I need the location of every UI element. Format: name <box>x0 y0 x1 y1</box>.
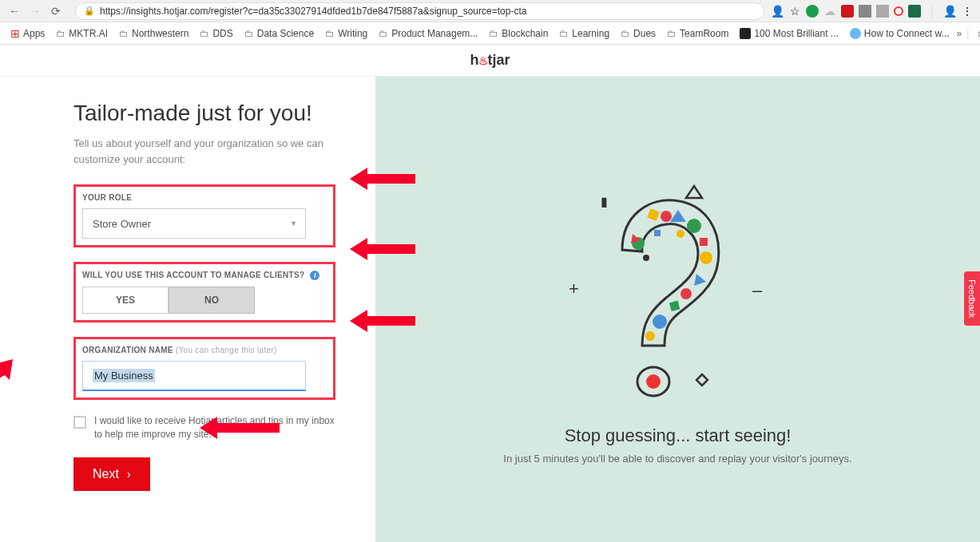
bookmark-label: MKTR.AI <box>69 28 108 39</box>
bookmark-label: TeamRoom <box>680 28 728 39</box>
bookmark-item[interactable]: 🗀Writing <box>321 26 371 42</box>
bookmark-label: Writing <box>338 28 367 39</box>
bookmark-item[interactable]: 100 Most Brilliant ... <box>736 26 842 42</box>
bookmark-label: Apps <box>23 28 45 39</box>
manage-clients-label: WILL YOU USE THIS ACCOUNT TO MANAGE CLIE… <box>82 271 327 280</box>
folder-icon: 🗀 <box>379 28 388 39</box>
next-button[interactable]: Next › <box>73 457 150 491</box>
bookmark-label: Product Managem... <box>391 28 478 39</box>
reload-button[interactable]: ⟳ <box>48 3 64 19</box>
profile-icon[interactable]: 👤 <box>943 5 956 18</box>
folder-icon: 🗀 <box>489 28 498 39</box>
svg-point-22 <box>643 255 649 261</box>
bookmark-label: DDS <box>212 28 232 39</box>
manage-clients-group: WILL YOU USE THIS ACCOUNT TO MANAGE CLIE… <box>73 262 335 322</box>
illustration-panel: ▮ + – <box>375 77 980 542</box>
bookmark-item[interactable]: 🗀Learning <box>555 26 613 42</box>
svg-rect-14 <box>700 238 708 246</box>
bookmark-item[interactable]: 🗀TeamRoom <box>663 26 732 42</box>
yes-button[interactable]: YES <box>82 287 169 314</box>
bookmark-item[interactable]: 🗀Data Science <box>240 26 318 42</box>
org-name-input[interactable]: My Business <box>82 361 306 391</box>
newsletter-label: I would like to receive Hotjar articles … <box>94 414 335 441</box>
bookmark-item[interactable]: 🗀DDS <box>196 26 236 42</box>
extension-icon[interactable] <box>806 5 819 18</box>
back-button[interactable]: ← <box>6 3 22 19</box>
lock-icon: 🔒 <box>84 6 95 16</box>
chevron-right-icon: › <box>127 468 131 481</box>
svg-point-18 <box>653 315 667 329</box>
svg-rect-11 <box>647 208 659 220</box>
bookmark-item[interactable]: 🗀Dues <box>617 26 660 42</box>
divider: | <box>966 28 969 39</box>
bookmark-apps[interactable]: ⊞ Apps <box>6 25 49 42</box>
svg-point-12 <box>661 211 672 222</box>
forward-button[interactable]: → <box>27 3 43 19</box>
main-container: Tailor-made just for you! Tell us about … <box>0 77 980 542</box>
chevron-down-icon: ▼ <box>290 220 297 227</box>
page-icon <box>850 28 861 39</box>
bookmark-label: 100 Most Brilliant ... <box>754 28 838 39</box>
extension-icon[interactable] <box>876 5 889 18</box>
org-name-label: ORGANIZATION NAME (You can change this l… <box>82 346 327 354</box>
address-bar[interactable]: 🔒 https://insights.hotjar.com/register?c… <box>75 2 764 20</box>
folder-icon: 🗀 <box>244 28 254 39</box>
folder-icon: 🗀 <box>119 28 129 39</box>
page-icon <box>740 28 751 39</box>
other-bookmarks[interactable]: 🗀Other Bookmarks <box>974 26 980 42</box>
right-title: Stop guessing... start seeing! <box>565 425 792 446</box>
bookmark-label: How to Connect w... <box>864 28 950 39</box>
svg-point-21 <box>676 230 684 238</box>
bookmark-item[interactable]: 🗀Blockchain <box>485 26 552 42</box>
org-name-group: ORGANIZATION NAME (You can change this l… <box>73 337 335 400</box>
form-title: Tailor-made just for you! <box>73 101 335 126</box>
browser-actions: 👤 ☆ ☁ | 👤 ⋮ <box>771 5 974 18</box>
svg-point-15 <box>700 251 712 264</box>
incognito-icon[interactable]: 👤 <box>771 5 784 18</box>
toggle-group: YES NO <box>82 287 327 314</box>
bookmarks-overflow[interactable]: » <box>957 28 962 39</box>
svg-text:▮: ▮ <box>601 195 608 208</box>
star-icon[interactable]: ☆ <box>788 5 801 18</box>
form-subtitle: Tell us about yourself and your organiza… <box>73 136 335 167</box>
folder-icon: 🗀 <box>559 28 569 39</box>
right-subtitle: In just 5 minutes you'll be able to disc… <box>503 453 851 465</box>
feedback-tab[interactable]: Feedback <box>964 271 980 326</box>
folder-icon: 🗀 <box>56 28 65 39</box>
bookmark-label: Data Science <box>257 28 314 39</box>
bookmark-item[interactable]: 🗀Northwestern <box>115 26 192 42</box>
svg-rect-17 <box>669 301 679 311</box>
no-button[interactable]: NO <box>169 287 255 314</box>
extension-icon[interactable] <box>908 5 921 18</box>
bookmark-item[interactable]: 🗀MKTR.AI <box>52 26 112 42</box>
bookmark-item[interactable]: 🗀Product Managem... <box>375 26 482 42</box>
info-icon[interactable]: i <box>310 271 319 280</box>
role-group: YOUR ROLE Store Owner ▼ <box>73 184 335 247</box>
url-text: https://insights.hotjar.com/register?c=d… <box>100 6 526 17</box>
apps-icon: ⊞ <box>10 27 20 40</box>
role-select[interactable]: Store Owner ▼ <box>82 208 306 239</box>
extension-icon[interactable] <box>894 6 903 16</box>
svg-text:–: – <box>752 280 763 300</box>
bookmark-label: Learning <box>572 28 609 39</box>
bookmarks-bar: ⊞ Apps 🗀MKTR.AI 🗀Northwestern 🗀DDS 🗀Data… <box>0 22 980 45</box>
extension-icon[interactable] <box>859 5 871 18</box>
svg-point-13 <box>687 219 701 233</box>
bookmark-item[interactable]: How to Connect w... <box>846 26 954 42</box>
svg-text:+: + <box>569 279 579 299</box>
svg-point-19 <box>645 331 655 341</box>
newsletter-checkbox[interactable] <box>73 416 86 429</box>
hotjar-logo: h♨tjar <box>470 52 510 69</box>
extension-icon[interactable]: ☁ <box>823 5 836 18</box>
divider: | <box>926 5 938 18</box>
folder-icon: 🗀 <box>200 28 209 39</box>
svg-point-9 <box>646 374 661 389</box>
next-label: Next <box>93 467 119 481</box>
svg-point-16 <box>680 288 692 299</box>
annotation-arrow <box>0 359 13 399</box>
menu-icon[interactable]: ⋮ <box>961 5 974 18</box>
svg-marker-3 <box>0 359 13 399</box>
extension-icon[interactable] <box>841 5 854 18</box>
question-mark-illustration: ▮ + – <box>562 154 794 409</box>
browser-top-bar: ← → ⟳ 🔒 https://insights.hotjar.com/regi… <box>0 0 980 22</box>
